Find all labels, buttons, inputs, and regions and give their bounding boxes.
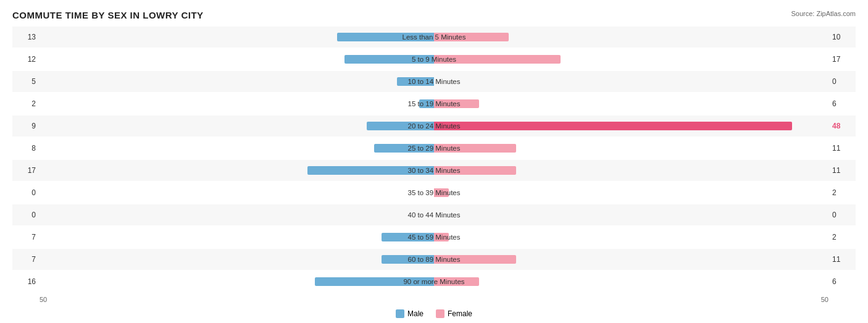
female-bar-wrap	[434, 255, 828, 264]
x-axis-labels: 50 50	[12, 293, 856, 303]
female-bar	[434, 277, 479, 286]
chart-row: 13 Less than 5 Minutes 10	[12, 27, 856, 48]
female-value: 17	[828, 55, 856, 64]
chart-container: COMMUTE TIME BY SEX IN LOWRY CITY Source…	[0, 0, 868, 323]
male-value: 0	[12, 188, 40, 197]
bars-section: 25 to 29 Minutes	[40, 138, 828, 159]
male-value: 5	[12, 77, 40, 86]
male-bar-wrap	[40, 33, 434, 41]
female-bar	[434, 233, 449, 241]
female-color-box	[436, 309, 444, 318]
bars-section: 90 or more Minutes	[40, 271, 828, 292]
male-color-box	[396, 309, 404, 318]
chart-title: COMMUTE TIME BY SEX IN LOWRY CITY	[12, 10, 204, 20]
female-value: 6	[828, 99, 856, 108]
chart-row: 2 15 to 19 Minutes 6	[12, 93, 856, 114]
chart-row: 7 60 to 89 Minutes 11	[12, 249, 856, 270]
female-value: 0	[828, 77, 856, 86]
male-value: 16	[12, 277, 40, 286]
male-bar-wrap	[40, 233, 434, 241]
x-axis-left: 50	[40, 296, 47, 303]
legend-male: Male	[396, 309, 424, 318]
male-bar-wrap	[40, 122, 434, 130]
bars-section: 60 to 89 Minutes	[40, 249, 828, 270]
male-value: 12	[12, 55, 40, 64]
bars-section: 15 to 19 Minutes	[40, 93, 828, 114]
female-value: 11	[828, 144, 856, 153]
male-bar	[367, 122, 434, 130]
chart-row: 0 40 to 44 Minutes 0	[12, 204, 856, 225]
female-bar-wrap	[434, 188, 828, 197]
bars-section: 20 to 24 Minutes	[40, 115, 828, 136]
male-bar	[344, 55, 434, 64]
female-bar	[434, 255, 516, 264]
male-bar	[382, 233, 434, 241]
x-axis-right: 50	[821, 296, 828, 303]
bars-section: Less than 5 Minutes	[40, 27, 828, 48]
chart-row: 0 35 to 39 Minutes 2	[12, 182, 856, 203]
female-value: 0	[828, 211, 856, 219]
bars-section: 45 to 59 Minutes	[40, 227, 828, 248]
male-bar	[382, 255, 434, 264]
male-value: 7	[12, 233, 40, 241]
legend-female: Female	[436, 309, 472, 318]
female-bar-wrap	[434, 99, 828, 108]
female-bar	[434, 122, 792, 130]
female-bar	[434, 166, 516, 175]
male-bar	[374, 144, 434, 153]
male-value: 17	[12, 166, 40, 175]
male-bar-wrap	[40, 188, 434, 197]
male-label: Male	[407, 309, 424, 318]
male-bar-wrap	[40, 55, 434, 64]
bars-section: 35 to 39 Minutes	[40, 182, 828, 203]
female-value: 10	[828, 33, 856, 41]
male-value: 13	[12, 33, 40, 41]
chart-header: COMMUTE TIME BY SEX IN LOWRY CITY Source…	[12, 10, 856, 20]
female-bar-wrap	[434, 144, 828, 153]
male-bar-wrap	[40, 99, 434, 108]
male-bar	[397, 77, 434, 86]
male-value: 2	[12, 99, 40, 108]
female-bar-wrap	[434, 122, 828, 130]
chart-row: 5 10 to 14 Minutes 0	[12, 71, 856, 92]
male-bar-wrap	[40, 255, 434, 264]
bars-section: 30 to 34 Minutes	[40, 160, 828, 181]
male-bar-wrap	[40, 166, 434, 175]
chart-rows-wrap: 13 Less than 5 Minutes 10 12 5 to 9 Minu…	[12, 27, 856, 292]
female-value: 11	[828, 166, 856, 175]
male-bar-wrap	[40, 211, 434, 219]
chart-legend: Male Female	[12, 309, 856, 318]
male-bar-wrap	[40, 144, 434, 153]
female-bar-wrap	[434, 211, 828, 219]
chart-row: 17 30 to 34 Minutes 11	[12, 160, 856, 181]
male-bar	[419, 99, 434, 108]
female-bar	[434, 55, 561, 64]
male-value: 9	[12, 122, 40, 130]
male-bar	[307, 166, 434, 175]
female-value: 2	[828, 233, 856, 241]
chart-row: 8 25 to 29 Minutes 11	[12, 138, 856, 159]
female-bar	[434, 33, 509, 41]
chart-row: 7 45 to 59 Minutes 2	[12, 227, 856, 248]
male-bar-wrap	[40, 77, 434, 86]
female-value: 11	[828, 255, 856, 264]
female-bar-wrap	[434, 33, 828, 41]
male-value: 0	[12, 211, 40, 219]
female-value: 2	[828, 188, 856, 197]
male-bar-wrap	[40, 277, 434, 286]
chart-row: 16 90 or more Minutes 6	[12, 271, 856, 292]
chart-row: 9 20 to 24 Minutes 48	[12, 115, 856, 136]
female-bar	[434, 188, 449, 197]
male-value: 7	[12, 255, 40, 264]
female-value: 6	[828, 277, 856, 286]
female-bar-wrap	[434, 277, 828, 286]
bars-section: 10 to 14 Minutes	[40, 71, 828, 92]
female-label: Female	[448, 309, 472, 318]
bars-section: 40 to 44 Minutes	[40, 204, 828, 225]
female-bar	[434, 99, 479, 108]
female-bar	[434, 144, 516, 153]
male-bar	[315, 277, 434, 286]
male-value: 8	[12, 144, 40, 153]
male-bar	[337, 33, 434, 41]
chart-row: 12 5 to 9 Minutes 17	[12, 49, 856, 70]
